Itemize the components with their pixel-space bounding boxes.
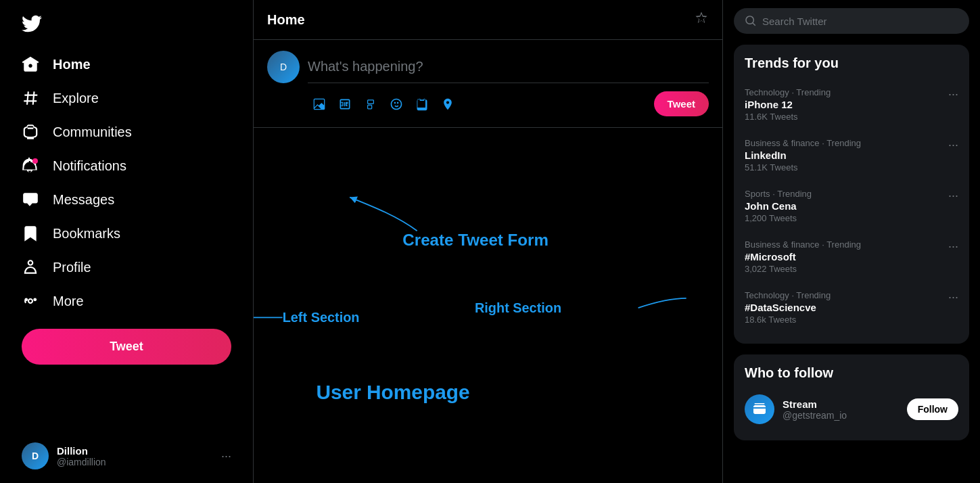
star-icon[interactable] xyxy=(694,11,709,28)
follow-button-0[interactable]: Follow xyxy=(907,398,958,420)
main-content: Home D What's happening? xyxy=(254,0,723,483)
search-bar[interactable] xyxy=(734,8,969,34)
emoji-icon[interactable] xyxy=(385,93,408,116)
trend-category-3: Business & finance · Trending xyxy=(745,239,948,250)
sidebar-item-label-profile: Profile xyxy=(53,260,91,275)
schedule-icon[interactable] xyxy=(411,93,434,116)
user-handle: @iamdillion xyxy=(57,457,213,467)
trend-more-2[interactable]: ··· xyxy=(948,189,958,203)
trend-count-2: 1,200 Tweets xyxy=(745,213,948,223)
image-icon[interactable] xyxy=(308,93,331,116)
page-title: Home xyxy=(267,12,305,28)
user-menu-dots[interactable]: ··· xyxy=(221,449,231,463)
annotation-create-tweet-text: Create Tweet Form xyxy=(402,231,549,249)
notifications-icon-wrapper xyxy=(22,157,39,175)
trend-item-1[interactable]: Business & finance · Trending LinkedIn 5… xyxy=(745,130,958,181)
trend-item-4[interactable]: Technology · Trending #DataSciencve 18.6… xyxy=(745,282,958,333)
user-name: Dillion xyxy=(57,445,213,457)
tweet-form-avatar: D xyxy=(267,51,300,83)
messages-icon xyxy=(22,191,39,208)
twitter-logo[interactable] xyxy=(11,5,242,45)
trend-category-1: Business & finance · Trending xyxy=(745,138,948,148)
user-profile-section[interactable]: D Dillion @iamdillion ··· xyxy=(11,434,242,478)
follow-handle-0: @getstream_io xyxy=(783,410,899,421)
annotations-svg: Create Tweet Form Left Section Right Sec… xyxy=(254,128,722,483)
twitter-bird-icon xyxy=(22,14,42,34)
user-info: Dillion @iamdillion xyxy=(57,445,213,467)
follow-avatar-inner-0 xyxy=(745,394,774,424)
search-input[interactable] xyxy=(762,16,958,27)
annotation-right-section-text: Right Section xyxy=(475,300,561,315)
communities-icon xyxy=(22,123,39,141)
annotation-area: Create Tweet Form Left Section Right Sec… xyxy=(254,128,722,483)
follow-name-0: Stream xyxy=(783,398,899,410)
sidebar-item-bookmarks[interactable]: Bookmarks xyxy=(11,216,242,250)
follow-avatar-0 xyxy=(745,394,774,424)
right-sidebar: Trends for you Technology · Trending iPh… xyxy=(723,0,980,483)
more-icon xyxy=(22,292,39,310)
trend-name-3: #Microsoft xyxy=(745,251,948,262)
avatar-image: D xyxy=(22,442,49,469)
home-icon xyxy=(22,55,39,73)
trend-count-3: 3,022 Tweets xyxy=(745,264,948,274)
sidebar-item-messages[interactable]: Messages xyxy=(11,183,242,216)
sidebar-item-label-bookmarks: Bookmarks xyxy=(53,226,120,242)
trend-content-0: Technology · Trending iPhone 12 11.6K Tw… xyxy=(745,87,948,122)
trend-name-1: LinkedIn xyxy=(745,150,948,161)
trend-count-0: 11.6K Tweets xyxy=(745,112,948,122)
avatar: D xyxy=(22,442,49,469)
follow-card: Who to follow Stream @getstream_io Follo… xyxy=(734,354,969,440)
follow-list: Stream @getstream_io Follow xyxy=(745,389,958,430)
sidebar-item-label-notifications: Notifications xyxy=(53,158,126,174)
trend-more-1[interactable]: ··· xyxy=(948,138,958,152)
location-icon[interactable] xyxy=(436,93,459,116)
trend-item-0[interactable]: Technology · Trending iPhone 12 11.6K Tw… xyxy=(745,79,958,130)
explore-icon xyxy=(22,89,39,107)
sidebar-item-label-home: Home xyxy=(53,57,91,72)
sidebar-tweet-button[interactable]: Tweet xyxy=(22,329,231,365)
trend-content-1: Business & finance · Trending LinkedIn 5… xyxy=(745,138,948,172)
trend-content-4: Technology · Trending #DataSciencve 18.6… xyxy=(745,290,948,325)
notifications-icon xyxy=(22,157,39,175)
trends-list: Technology · Trending iPhone 12 11.6K Tw… xyxy=(745,79,958,333)
tweet-form-body: What's happening? xyxy=(308,51,709,116)
annotation-left-section-text: Left Section xyxy=(283,310,360,325)
trend-item-3[interactable]: Business & finance · Trending #Microsoft… xyxy=(745,231,958,282)
annotation-user-homepage-text: User Homepage xyxy=(316,381,469,403)
annotation-arrow-right xyxy=(638,298,686,308)
follow-title: Who to follow xyxy=(745,365,958,381)
sidebar-item-label-communities: Communities xyxy=(53,124,132,140)
notification-dot xyxy=(32,158,38,164)
trend-item-2[interactable]: Sports · Trending John Cena 1,200 Tweets… xyxy=(745,181,958,231)
tweet-form-actions: Tweet xyxy=(308,91,709,116)
tweet-input[interactable]: What's happening? xyxy=(308,51,709,83)
sidebar-item-label-explore: Explore xyxy=(53,91,99,106)
sidebar-item-explore[interactable]: Explore xyxy=(11,81,242,115)
sidebar-item-profile[interactable]: Profile xyxy=(11,250,242,284)
trend-more-0[interactable]: ··· xyxy=(948,87,958,101)
annotation-arrow-ct xyxy=(350,198,417,231)
trend-more-3[interactable]: ··· xyxy=(948,239,958,254)
follow-item-0: Stream @getstream_io Follow xyxy=(745,389,958,430)
follow-info-0: Stream @getstream_io xyxy=(783,398,899,421)
sidebar-item-communities[interactable]: Communities xyxy=(11,115,242,149)
trend-content-2: Sports · Trending John Cena 1,200 Tweets xyxy=(745,189,948,223)
trend-category-2: Sports · Trending xyxy=(745,189,948,199)
sidebar-item-more[interactable]: More xyxy=(11,284,242,318)
tweet-submit-button[interactable]: Tweet xyxy=(654,91,709,116)
main-header: Home xyxy=(254,0,722,40)
trend-name-0: iPhone 12 xyxy=(745,99,948,110)
left-sidebar: Home Explore Communities xyxy=(0,0,254,483)
sidebar-item-notifications[interactable]: Notifications xyxy=(11,149,242,183)
trend-name-4: #DataSciencve xyxy=(745,302,948,313)
search-icon xyxy=(745,15,757,27)
sidebar-item-home[interactable]: Home xyxy=(11,47,242,81)
sidebar-nav: Home Explore Communities xyxy=(11,47,242,318)
gif-icon[interactable] xyxy=(333,93,356,116)
poll-icon[interactable] xyxy=(359,93,382,116)
trend-name-2: John Cena xyxy=(745,200,948,212)
trends-card: Trends for you Technology · Trending iPh… xyxy=(734,45,969,344)
trends-title: Trends for you xyxy=(745,55,958,71)
trend-more-4[interactable]: ··· xyxy=(948,290,958,304)
profile-icon xyxy=(22,258,39,276)
